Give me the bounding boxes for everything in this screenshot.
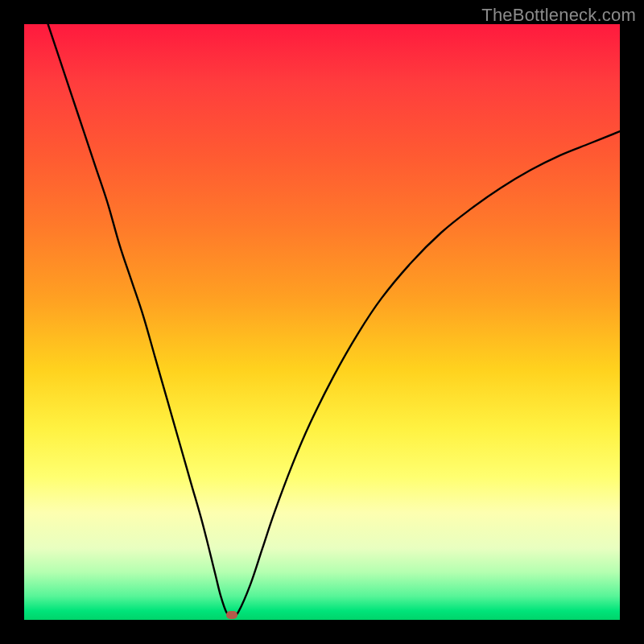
chart-plot-area <box>24 24 620 620</box>
optimal-point-marker <box>226 611 237 619</box>
watermark-text: TheBottleneck.com <box>481 5 636 26</box>
bottleneck-curve <box>24 24 620 620</box>
chart-frame: TheBottleneck.com <box>0 0 644 644</box>
